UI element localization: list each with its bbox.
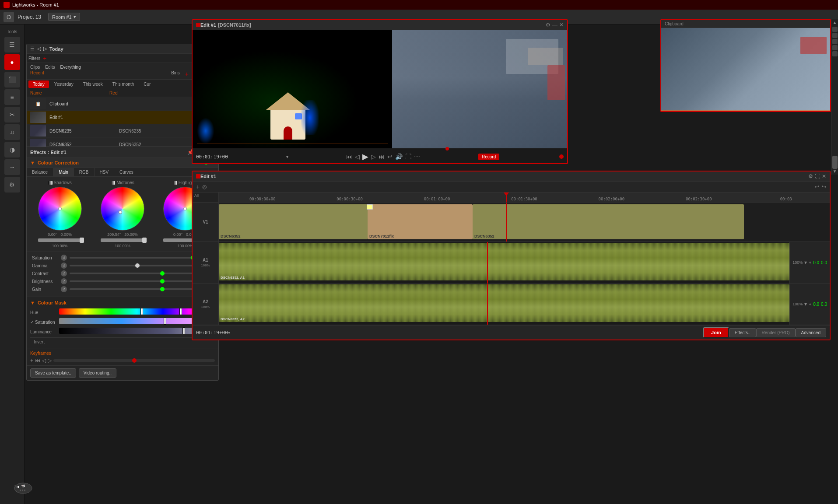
slider-contrast-thumb[interactable] <box>160 271 165 276</box>
kf-thumb[interactable] <box>132 358 137 363</box>
tool-record-btn[interactable]: ● <box>4 54 20 70</box>
a2-vol-down-icon[interactable]: ▾ <box>804 301 807 307</box>
color-wheel-midtones[interactable] <box>101 187 144 231</box>
cc-tab-rgb[interactable]: RGB <box>74 168 95 176</box>
timeline-close-icon[interactable]: ✕ <box>822 173 826 179</box>
scroll-btn-1[interactable] <box>832 27 838 32</box>
tool-export-btn[interactable]: → <box>4 159 20 175</box>
a2-vol-plus-icon[interactable]: + <box>809 302 811 307</box>
clip-v1-dscn6352-1[interactable]: DSCN6352 <box>219 204 368 239</box>
row-dscn6235[interactable]: DSCN6235 DSCN6235 <box>27 124 192 138</box>
tool-color-btn[interactable]: ◑ <box>4 142 20 158</box>
room-selector[interactable]: Room #1 ▾ <box>48 13 80 21</box>
wheel-shadows-bar-thumb[interactable] <box>80 238 84 243</box>
timeline-maximize-icon[interactable]: ⛶ <box>815 173 820 179</box>
tab-cur[interactable]: Cur <box>139 80 155 88</box>
wheel-dot-midtones[interactable] <box>119 210 122 214</box>
join-button[interactable]: Join <box>703 327 729 338</box>
panel-menu-icon[interactable]: ☰ <box>30 46 35 52</box>
preview-close-icon[interactable]: ✕ <box>559 22 564 28</box>
kf-add-btn[interactable]: + <box>30 357 33 364</box>
preview-record-btn[interactable]: Record <box>478 154 499 160</box>
preview-minimize-icon[interactable]: — <box>552 22 557 28</box>
filter-clips[interactable]: Clips <box>30 65 40 70</box>
preview-fullscreen-icon[interactable]: ⛶ <box>405 153 411 160</box>
render-button[interactable]: Render (PRO) <box>756 328 796 337</box>
wheel-dot-highlights[interactable] <box>183 207 187 210</box>
tab-this-month[interactable]: This month <box>108 80 138 88</box>
a1-vol-plus-icon[interactable]: + <box>809 260 811 265</box>
preview-audio-icon[interactable]: 🔊 <box>395 153 403 160</box>
tool-fx-btn[interactable]: ⬛ <box>4 72 20 88</box>
tool-edit-btn[interactable]: ✂ <box>4 107 20 122</box>
cm-collapse-icon[interactable]: ▼ <box>30 300 35 305</box>
audio-clip-a1[interactable]: DSCN6352, A1 <box>219 243 789 280</box>
hue-handle-1[interactable] <box>140 308 143 315</box>
lum-handle[interactable] <box>182 327 185 334</box>
scrollbar-thumb[interactable] <box>832 156 838 169</box>
cc-tab-main[interactable]: Main <box>53 168 74 176</box>
filter-edits[interactable]: Edits <box>45 65 55 70</box>
advanced-button[interactable]: Advanced <box>796 328 826 337</box>
nav-fwd-icon[interactable]: ▷ <box>43 46 47 52</box>
scroll-btn-3[interactable] <box>832 39 838 44</box>
row-clipboard[interactable]: 📋 Clipboard <box>27 97 192 111</box>
slider-gamma-track[interactable] <box>70 265 193 266</box>
project-icon[interactable]: ⬡ <box>4 12 14 22</box>
kf-prev-key-btn[interactable]: ◁ <box>42 357 46 364</box>
slider-saturation-track[interactable] <box>70 257 193 259</box>
ruler-area[interactable]: 00:00:00+00 00:00:30+00 00:01:00+00 00:0… <box>219 192 830 202</box>
tool-menu-btn[interactable]: ☰ <box>4 37 20 52</box>
scroll-btn-5[interactable] <box>832 51 838 56</box>
slider-brightness-icon[interactable]: ↺ <box>61 278 67 284</box>
slider-brightness-track[interactable] <box>70 280 193 282</box>
slider-gain-thumb[interactable] <box>160 287 165 291</box>
audio-clip-a2[interactable]: DSCN6352, A2 <box>219 284 789 322</box>
kf-next-key-btn[interactable]: ▷ <box>48 357 52 364</box>
filter-bins[interactable]: Bins <box>171 70 179 77</box>
timeline-tool-magnet-icon[interactable]: ◎ <box>202 184 207 190</box>
scroll-down-icon[interactable]: ▼ <box>833 169 837 174</box>
a1-vol-down-icon[interactable]: ▾ <box>804 259 807 266</box>
nav-back-icon[interactable]: ◁ <box>37 46 41 52</box>
video-scrubber[interactable] <box>193 148 567 150</box>
scroll-up-icon[interactable]: ▲ <box>833 20 837 25</box>
tool-audio-btn[interactable]: ♫ <box>4 124 20 140</box>
kf-track[interactable] <box>53 359 215 362</box>
slider-gamma-thumb[interactable] <box>135 263 140 268</box>
tool-tracks-btn[interactable]: ≡ <box>4 89 20 105</box>
tab-this-week[interactable]: This week <box>79 80 107 88</box>
timeline-tool-add-icon[interactable]: + <box>196 183 200 190</box>
kf-prev-btn[interactable]: ⏮ <box>35 357 40 364</box>
timeline-timecode-arrow[interactable]: ▾ <box>228 330 230 335</box>
preview-go-end-icon[interactable]: ⏭ <box>379 153 385 160</box>
timeline-settings-icon[interactable]: ⚙ <box>808 173 813 179</box>
filters-add-btn[interactable]: + <box>43 55 46 62</box>
cc-tab-hsv[interactable]: HSV <box>95 168 115 176</box>
scrubber-thumb[interactable] <box>445 147 449 150</box>
cc-collapse-icon[interactable]: ▼ <box>30 160 35 165</box>
preview-timecode-arrow[interactable]: ▾ <box>286 154 288 159</box>
cc-tab-balance[interactable]: Balance <box>27 168 53 176</box>
slider-contrast-icon[interactable]: ↺ <box>61 270 67 276</box>
save-template-btn[interactable]: Save as template.. <box>30 368 76 378</box>
tab-yesterday[interactable]: Yesterday <box>50 80 78 88</box>
cm-saturation-check-icon[interactable]: ✓ <box>30 320 34 325</box>
filter-everything[interactable]: Everything <box>60 65 81 70</box>
preview-go-start-icon[interactable]: ⏮ <box>346 153 352 160</box>
slider-gain-icon[interactable]: ↺ <box>61 286 67 292</box>
clip-v1-dscn6352-2[interactable]: DSCN6352 <box>473 204 744 239</box>
preview-step-fwd-icon[interactable]: ▷ <box>371 153 376 160</box>
hue-handle-2[interactable] <box>179 308 182 315</box>
tab-today[interactable]: Today <box>28 80 49 88</box>
tool-settings-btn[interactable]: ⚙ <box>4 177 20 192</box>
wheel-shadows-bar[interactable] <box>38 238 82 242</box>
bins-add-btn[interactable]: + <box>185 70 189 77</box>
sat-handle[interactable] <box>164 318 166 325</box>
slider-saturation-icon[interactable]: ↺ <box>61 255 67 261</box>
wheel-midtones-bar[interactable] <box>101 238 144 242</box>
wheel-midtones-bar-thumb[interactable] <box>142 238 147 243</box>
row-edit1[interactable]: Edit #1 <box>27 111 192 124</box>
preview-loop-icon[interactable]: ↩ <box>387 153 393 160</box>
preview-settings-icon[interactable]: ⚙ <box>546 22 550 28</box>
